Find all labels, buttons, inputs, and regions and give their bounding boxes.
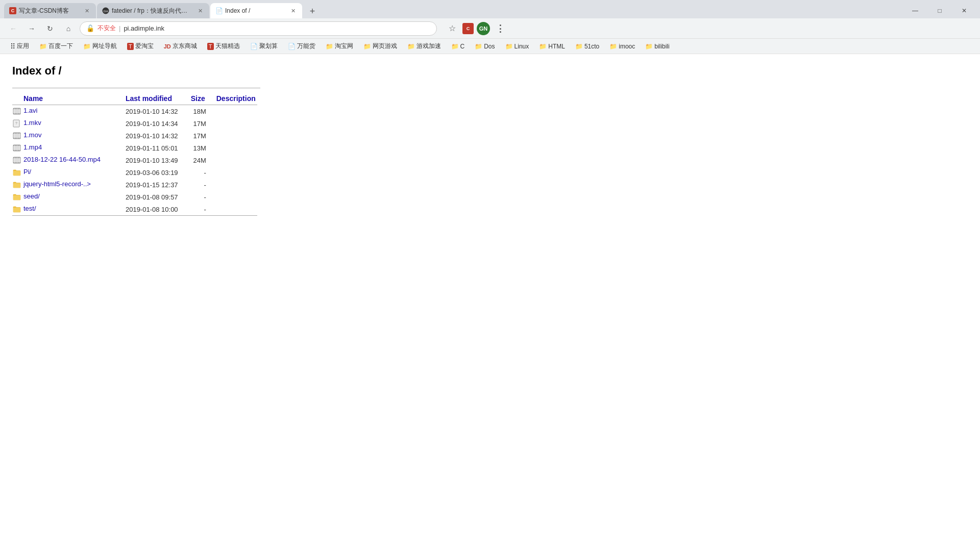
svg-rect-11: [18, 113, 19, 114]
menu-button[interactable]: ⋮: [493, 21, 507, 36]
maximize-button[interactable]: □: [928, 3, 951, 18]
svg-rect-39: [14, 146, 19, 150]
th-size-link[interactable]: Size: [191, 94, 205, 103]
bookmarks-bar: ⠿ 应用 📁 百度一下 📁 网址导航 T 爱淘宝 JD 京东商城 T 天猫精选 …: [0, 39, 980, 54]
bookmark-wangyouxi[interactable]: 📁 网页游戏: [359, 41, 401, 52]
bookmark-baidu-label: 百度一下: [48, 42, 73, 51]
svg-rect-52: [13, 171, 20, 176]
bookmark-linux[interactable]: 📁 Linux: [501, 42, 533, 51]
tab-close-csdn[interactable]: ✕: [83, 7, 91, 15]
bookmark-baidu[interactable]: 📁 百度一下: [35, 41, 77, 52]
folder-icon: [12, 180, 21, 189]
file-link[interactable]: jquery-html5-record-..>: [23, 180, 91, 188]
file-name-cell: 1.mp4: [12, 142, 126, 154]
svg-rect-33: [19, 145, 20, 146]
bookmark-juhesuan[interactable]: 📄 聚划算: [246, 41, 282, 52]
home-button[interactable]: ⌂: [61, 21, 76, 36]
svg-rect-54: [13, 195, 20, 200]
file-modified: 2019-01-08 09:57: [126, 191, 191, 203]
file-link[interactable]: 2018-12-22 16-44-50.mp4: [23, 156, 101, 163]
svg-rect-7: [19, 108, 20, 109]
back-button[interactable]: ←: [6, 21, 20, 36]
tianmao-icon: T: [207, 43, 214, 50]
svg-rect-20: [18, 133, 19, 134]
file-modified: 2019-01-08 10:00: [126, 203, 191, 216]
bookmark-aitaobao[interactable]: T 爱淘宝: [123, 41, 158, 52]
bookmark-apps-label: 应用: [17, 42, 29, 51]
file-name-cell: 1.avi: [12, 105, 126, 118]
bookmark-51cto[interactable]: 📁 51cto: [571, 42, 603, 51]
bookmark-dos-label: Dos: [484, 43, 495, 50]
svg-rect-36: [16, 150, 17, 151]
bookmark-juhesuan-label: 聚划算: [259, 42, 278, 51]
bookmark-dos[interactable]: 📁 Dos: [471, 42, 499, 51]
star-button[interactable]: ☆: [445, 21, 459, 36]
bookmark-wanfuhuo[interactable]: 📄 万能货: [284, 41, 320, 52]
tab-frp[interactable]: GH fatedier / frp：快速反向代理，... ✕: [97, 3, 209, 18]
th-size: Size: [191, 92, 216, 105]
file-link[interactable]: 1.avi: [23, 107, 37, 114]
file-description: [216, 117, 257, 130]
security-label: 不安全: [97, 24, 116, 33]
minimize-button[interactable]: —: [903, 3, 927, 18]
th-description-link[interactable]: Description: [216, 94, 256, 103]
bookmark-nav[interactable]: 📁 网址导航: [79, 41, 121, 52]
svg-text:GH: GH: [104, 10, 108, 13]
file-size: -: [191, 179, 216, 191]
file-link[interactable]: test/: [23, 205, 36, 212]
bookmark-apps[interactable]: ⠿ 应用: [6, 41, 33, 52]
th-last-modified-link[interactable]: Last modified: [126, 94, 172, 103]
url-separator: |: [119, 24, 120, 32]
close-button[interactable]: ✕: [952, 3, 976, 18]
svg-rect-32: [18, 145, 19, 146]
file-link[interactable]: seed/: [23, 192, 40, 200]
svg-rect-18: [15, 133, 16, 134]
video-file-icon: [12, 131, 21, 140]
svg-rect-29: [13, 145, 14, 146]
file-name-cell: ? 1.mkv: [12, 117, 126, 130]
new-tab-button[interactable]: +: [305, 4, 320, 18]
user-avatar[interactable]: GN: [477, 22, 490, 35]
bookmark-tianmao[interactable]: T 天猫精选: [203, 41, 244, 52]
tab-close-frp[interactable]: ✕: [196, 7, 204, 15]
tab-favicon-csdn: C: [9, 7, 16, 14]
bookmark-bilibili-label: bilibili: [654, 43, 669, 50]
th-name-link[interactable]: Name: [23, 94, 43, 103]
refresh-button[interactable]: ↻: [43, 21, 57, 36]
svg-rect-38: [19, 150, 20, 151]
bookmark-taobao[interactable]: 📁 淘宝网: [322, 41, 357, 52]
tab-csdn[interactable]: C 写文章-CSDN博客 ✕: [4, 3, 96, 18]
tab-index[interactable]: 📄 Index of / ✕: [210, 3, 302, 18]
file-link[interactable]: 1.mp4: [23, 143, 42, 151]
tab-bar: C 写文章-CSDN博客 ✕ GH fatedier / frp：快速反向代理，…: [0, 0, 980, 18]
file-description: [216, 179, 257, 191]
nav-folder-icon: 📁: [83, 43, 91, 50]
page-title: Index of /: [12, 64, 968, 78]
table-row: ? 1.mkv2019-01-10 14:3417M: [12, 117, 257, 130]
bookmark-tianmao-label: 天猫精选: [215, 42, 240, 51]
file-description: [216, 203, 257, 216]
svg-rect-3: [13, 108, 14, 109]
file-link[interactable]: 1.mov: [23, 131, 41, 139]
file-size: 18M: [191, 105, 216, 118]
bookmark-c[interactable]: 📁 C: [447, 42, 469, 51]
file-link[interactable]: Pi/: [23, 168, 31, 176]
tab-close-index[interactable]: ✕: [289, 7, 297, 15]
file-description: [216, 130, 257, 142]
forward-button[interactable]: →: [24, 21, 39, 36]
th-name: Name: [12, 92, 126, 105]
bookmark-jd[interactable]: JD 京东商城: [160, 41, 201, 52]
table-row: 1.avi2019-01-10 14:3218M: [12, 105, 257, 118]
bookmark-youxijiasu[interactable]: 📁 游戏加速: [403, 41, 445, 52]
url-bar[interactable]: 🔓 不安全 | pi.adimple.ink: [80, 21, 437, 36]
file-name-cell: 1.mov: [12, 130, 126, 142]
bookmark-imooc[interactable]: 📁 imooc: [605, 42, 639, 51]
file-modified: 2019-01-15 12:37: [126, 179, 191, 191]
apps-icon: ⠿: [10, 42, 15, 51]
svg-rect-30: [15, 145, 16, 146]
file-description: [216, 142, 257, 154]
table-row: jquery-html5-record-..>2019-01-15 12:37-: [12, 179, 257, 191]
file-link[interactable]: 1.mkv: [23, 119, 41, 127]
bookmark-html[interactable]: 📁 HTML: [535, 42, 569, 51]
bookmark-bilibili[interactable]: 📁 bilibili: [641, 42, 673, 51]
